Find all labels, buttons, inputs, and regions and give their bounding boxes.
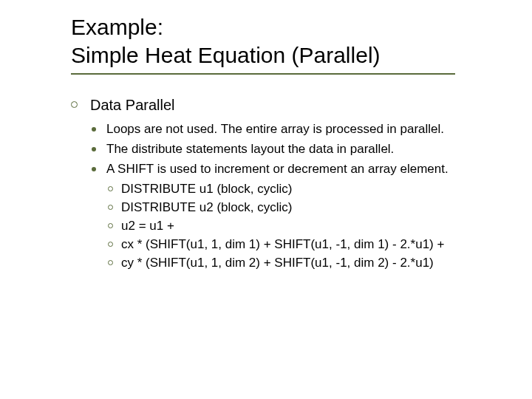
slide-title: Example: Simple Heat Equation (Parallel)	[71, 13, 502, 69]
list-item: cy * (SHIFT(u1, 1, dim 2) + SHIFT(u1, -1…	[106, 255, 502, 272]
list-item: u2 = u1 +	[106, 218, 502, 235]
list-item-text: Loops are not used. The entire array is …	[106, 122, 444, 136]
list-item-text: A SHIFT is used to increment or decremen…	[106, 162, 449, 176]
list-item: cx * (SHIFT(u1, 1, dim 1) + SHIFT(u1, -1…	[106, 236, 502, 253]
list-item: A SHIFT is used to increment or decremen…	[90, 161, 502, 272]
bullet-list-level-1: Data Parallel Loops are not used. The en…	[71, 95, 502, 272]
list-item-text: DISTRIBUTE u1 (block, cyclic)	[121, 182, 292, 196]
list-item: Loops are not used. The entire array is …	[90, 121, 502, 138]
list-item: DISTRIBUTE u1 (block, cyclic)	[106, 181, 502, 198]
list-item-text: The distribute statements layout the dat…	[106, 142, 394, 156]
list-item-text: DISTRIBUTE u2 (block, cyclic)	[121, 200, 292, 214]
bullet-list-level-2: Loops are not used. The entire array is …	[90, 121, 502, 272]
title-line-2: Simple Heat Equation (Parallel)	[71, 43, 381, 67]
slide: Example: Simple Heat Equation (Parallel)…	[0, 0, 532, 399]
list-item-text: Data Parallel	[90, 97, 175, 113]
list-item-text: cx * (SHIFT(u1, 1, dim 1) + SHIFT(u1, -1…	[121, 237, 444, 251]
title-underline	[71, 73, 455, 75]
list-item-text: cy * (SHIFT(u1, 1, dim 2) + SHIFT(u1, -1…	[121, 256, 434, 270]
list-item: The distribute statements layout the dat…	[90, 141, 502, 158]
bullet-list-level-3: DISTRIBUTE u1 (block, cyclic) DISTRIBUTE…	[106, 181, 502, 272]
list-item-text: u2 = u1 +	[121, 219, 174, 233]
list-item: DISTRIBUTE u2 (block, cyclic)	[106, 200, 502, 216]
title-line-1: Example:	[71, 15, 163, 39]
list-item: Data Parallel Loops are not used. The en…	[71, 95, 502, 272]
